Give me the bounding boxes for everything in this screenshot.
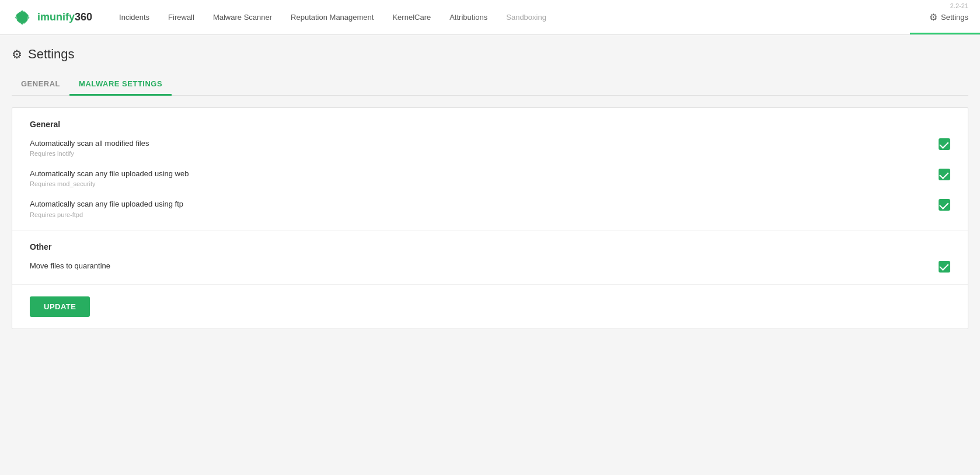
nav-firewall[interactable]: Firewall <box>159 1 204 36</box>
section-general: General Automatically scan all modified … <box>12 108 968 230</box>
checkbox-auto-scan-web[interactable] <box>939 169 950 180</box>
page-title-row: ⚙ Settings <box>12 47 968 62</box>
nav-sandboxing[interactable]: Sandboxing <box>497 1 556 36</box>
tab-malware-settings[interactable]: MALWARE SETTINGS <box>69 74 172 96</box>
setting-hint-auto-scan-modified: Requires inotify <box>30 150 927 157</box>
setting-label-auto-scan-ftp: Automatically scan any file uploaded usi… <box>30 199 927 209</box>
header: 2.2-21 imunify360 Incidents Firewall Mal… <box>0 0 980 35</box>
setting-label-auto-scan-modified: Automatically scan all modified files <box>30 138 927 149</box>
section-other: Other Move files to quarantine <box>12 230 968 285</box>
setting-control-auto-scan-modified <box>939 138 950 150</box>
update-button[interactable]: UPDATE <box>30 296 90 317</box>
settings-nav-button[interactable]: ⚙ Settings <box>929 12 968 23</box>
setting-control-auto-scan-ftp <box>939 199 950 211</box>
setting-info-auto-scan-web: Automatically scan any file uploaded usi… <box>30 169 927 187</box>
setting-control-auto-scan-web <box>939 169 950 180</box>
section-general-title: General <box>30 120 950 129</box>
logo-text: imunify360 <box>37 11 92 23</box>
checkbox-move-quarantine[interactable] <box>939 261 950 273</box>
version-label: 2.2-21 <box>950 2 968 9</box>
nav-incidents[interactable]: Incidents <box>110 1 159 36</box>
page-title-gear-icon: ⚙ <box>12 47 22 61</box>
section-other-title: Other <box>30 242 950 252</box>
setting-control-move-quarantine <box>939 261 950 273</box>
settings-tabs: GENERAL MALWARE SETTINGS <box>12 74 968 96</box>
header-right: ⚙ Settings <box>929 12 968 23</box>
setting-row-move-quarantine: Move files to quarantine <box>30 261 950 273</box>
setting-row-auto-scan-web: Automatically scan any file uploaded usi… <box>30 169 950 187</box>
logo[interactable]: imunify360 <box>12 7 92 28</box>
nav-kernelcare[interactable]: KernelCare <box>383 1 440 36</box>
checkbox-auto-scan-ftp[interactable] <box>939 199 950 211</box>
page-title: Settings <box>28 47 75 62</box>
nav-malware-scanner[interactable]: Malware Scanner <box>204 1 281 36</box>
setting-row-auto-scan-ftp: Automatically scan any file uploaded usi… <box>30 199 950 218</box>
settings-nav-label: Settings <box>941 13 968 22</box>
setting-label-move-quarantine: Move files to quarantine <box>30 261 927 271</box>
settings-card: General Automatically scan all modified … <box>12 107 968 329</box>
main-nav: Incidents Firewall Malware Scanner Reput… <box>110 1 929 34</box>
setting-hint-auto-scan-ftp: Requires pure-ftpd <box>30 211 927 218</box>
logo-icon <box>12 7 33 28</box>
update-button-row: UPDATE <box>12 285 968 329</box>
header-bottom-bar <box>910 33 980 34</box>
nav-reputation-management[interactable]: Reputation Management <box>281 1 383 36</box>
setting-info-move-quarantine: Move files to quarantine <box>30 261 927 271</box>
setting-hint-auto-scan-web: Requires mod_security <box>30 180 927 187</box>
gear-icon: ⚙ <box>929 12 937 23</box>
setting-row-auto-scan-modified: Automatically scan all modified files Re… <box>30 138 950 157</box>
tab-general[interactable]: GENERAL <box>12 74 69 96</box>
setting-info-auto-scan-modified: Automatically scan all modified files Re… <box>30 138 927 157</box>
checkbox-auto-scan-modified[interactable] <box>939 138 950 150</box>
main-content: ⚙ Settings GENERAL MALWARE SETTINGS Gene… <box>0 35 980 341</box>
setting-label-auto-scan-web: Automatically scan any file uploaded usi… <box>30 169 927 179</box>
setting-info-auto-scan-ftp: Automatically scan any file uploaded usi… <box>30 199 927 218</box>
nav-attributions[interactable]: Attributions <box>440 1 497 36</box>
